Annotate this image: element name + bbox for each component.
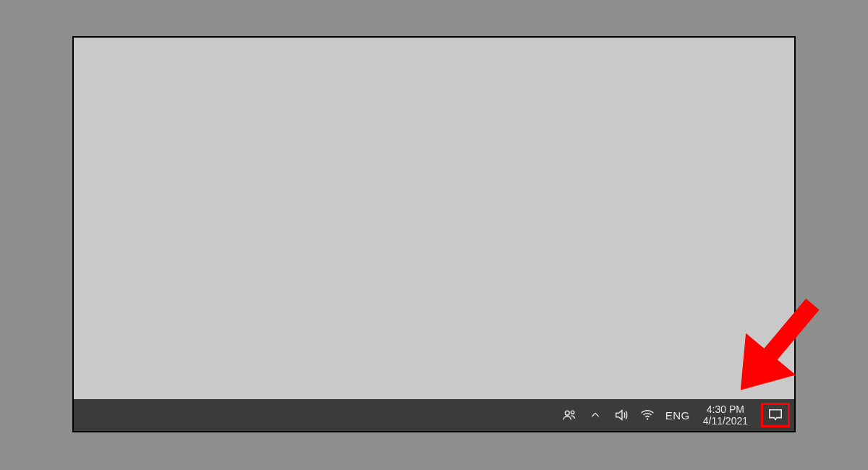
chevron-up-icon bbox=[590, 409, 601, 421]
action-center-icon bbox=[767, 408, 783, 422]
network-button[interactable] bbox=[639, 399, 655, 431]
svg-point-1 bbox=[571, 411, 574, 414]
desktop-region[interactable] bbox=[74, 38, 794, 399]
speaker-icon bbox=[613, 407, 629, 423]
input-language-button[interactable]: ENG bbox=[665, 399, 690, 431]
monitor-frame: ENG 4:30 PM 4/11/2021 bbox=[72, 36, 796, 432]
volume-button[interactable] bbox=[613, 399, 629, 431]
clock-button[interactable]: 4:30 PM 4/11/2021 bbox=[700, 399, 751, 431]
people-icon bbox=[561, 407, 577, 423]
people-button[interactable] bbox=[561, 399, 577, 431]
canvas: ENG 4:30 PM 4/11/2021 bbox=[0, 0, 868, 470]
action-center-button[interactable] bbox=[761, 403, 790, 427]
svg-point-0 bbox=[565, 411, 569, 415]
clock-time: 4:30 PM bbox=[707, 403, 744, 415]
system-tray: ENG 4:30 PM 4/11/2021 bbox=[561, 399, 794, 431]
tray-overflow-button[interactable] bbox=[587, 399, 603, 431]
language-label: ENG bbox=[665, 409, 690, 422]
taskbar: ENG 4:30 PM 4/11/2021 bbox=[74, 399, 794, 431]
svg-point-2 bbox=[646, 418, 647, 419]
clock-date: 4/11/2021 bbox=[703, 415, 748, 427]
wifi-icon bbox=[639, 407, 655, 423]
